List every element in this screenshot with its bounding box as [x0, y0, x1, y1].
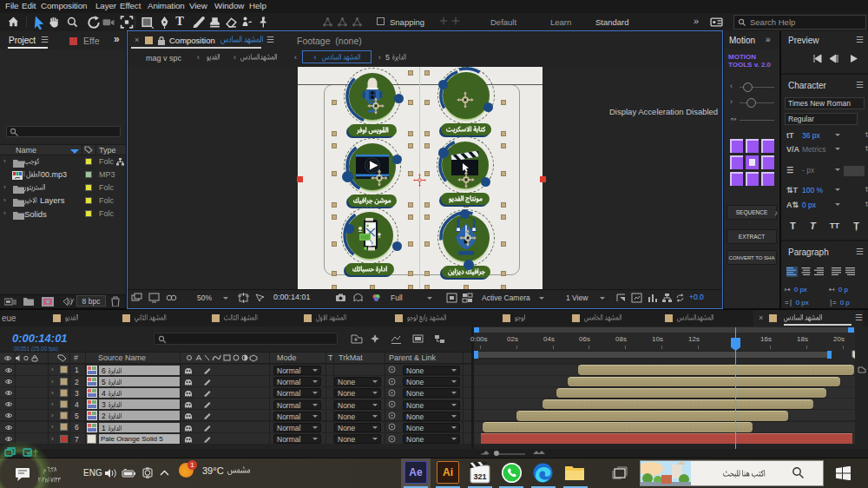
svg-text:321: 321: [473, 472, 486, 481]
